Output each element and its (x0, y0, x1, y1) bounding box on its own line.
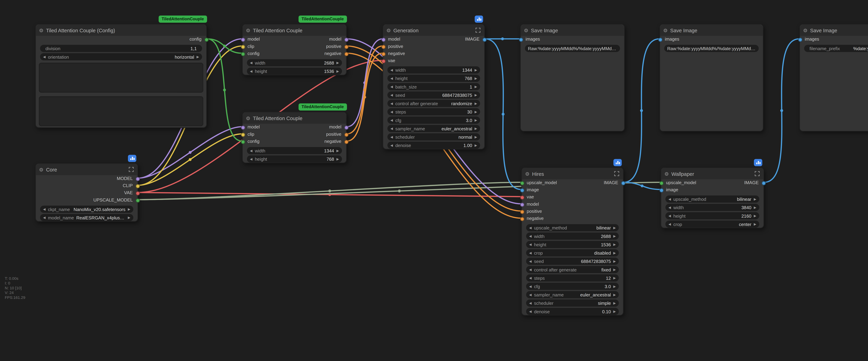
increment-arrow-icon[interactable]: ▶ (613, 233, 616, 240)
increment-arrow-icon[interactable]: ▶ (613, 274, 616, 282)
widget-steps[interactable]: ◀steps12▶ (526, 274, 619, 282)
collapse-dot-icon[interactable] (526, 172, 529, 175)
decrement-arrow-icon[interactable]: ◀ (250, 67, 253, 75)
node-tiled-attention-couple-1[interactable]: Tiled Attention Couplemodelmodelclipposi… (242, 24, 347, 75)
increment-arrow-icon[interactable]: ▶ (613, 249, 616, 256)
increment-arrow-icon[interactable]: ▶ (336, 155, 339, 162)
decrement-arrow-icon[interactable]: ◀ (391, 92, 393, 99)
widget-orientation[interactable]: ◀orientationhorizontal▶ (40, 53, 202, 60)
expand-icon[interactable] (128, 167, 134, 172)
increment-arrow-icon[interactable]: ▶ (336, 67, 339, 75)
increment-arrow-icon[interactable]: ▶ (613, 258, 616, 265)
decrement-arrow-icon[interactable]: ◀ (529, 274, 532, 282)
widget-width[interactable]: ◀width1344▶ (388, 66, 480, 73)
increment-arrow-icon[interactable]: ▶ (128, 214, 130, 221)
increment-arrow-icon[interactable]: ▶ (613, 291, 616, 298)
decrement-arrow-icon[interactable]: ◀ (391, 142, 393, 149)
node-tiled-attention-couple-2[interactable]: Tiled Attention Couplemodelmodelclipposi… (242, 112, 347, 163)
widget-width[interactable]: ◀width2688▶ (247, 59, 342, 66)
decrement-arrow-icon[interactable]: ◀ (669, 212, 671, 219)
node-title-bar[interactable]: Save Image (800, 25, 868, 36)
increment-arrow-icon[interactable]: ▶ (336, 147, 339, 154)
node-title-bar[interactable]: Tiled Attention Couple (Config) (36, 25, 207, 36)
output-port-config[interactable] (204, 37, 208, 41)
increment-arrow-icon[interactable]: ▶ (475, 83, 477, 90)
widget-height[interactable]: ◀height2160▶ (665, 212, 759, 219)
decrement-arrow-icon[interactable]: ◀ (529, 249, 532, 256)
expand-icon[interactable] (475, 27, 481, 33)
collapse-dot-icon[interactable] (664, 29, 667, 32)
widget-cfg[interactable]: ◀cfg3.0▶ (526, 283, 619, 290)
node-title-bar[interactable]: Save Image (660, 25, 763, 36)
widget-model-name[interactable]: ◀model_nameRealESRGAN_x4plus.pth▶ (40, 214, 133, 221)
widget-height[interactable]: ◀height768▶ (247, 155, 342, 162)
increment-arrow-icon[interactable]: ▶ (128, 206, 130, 213)
increment-arrow-icon[interactable]: ▶ (475, 142, 477, 149)
widget-sampler-name[interactable]: ◀sampler_nameeuler_ancestral▶ (388, 125, 480, 132)
node-tiled-attention-couple-config[interactable]: Tiled Attention Couple (Config)configdiv… (35, 24, 207, 128)
output-port-negative[interactable] (344, 52, 348, 56)
widget-control-after-generate[interactable]: ◀control after generatefixed▶ (526, 266, 619, 273)
multiline-text-area[interactable] (39, 96, 203, 126)
decrement-arrow-icon[interactable]: ◀ (669, 221, 671, 228)
decrement-arrow-icon[interactable]: ◀ (43, 53, 45, 60)
increment-arrow-icon[interactable]: ▶ (475, 75, 477, 82)
node-save-image-2[interactable]: Save ImageimagesRaw:%date:yyyyMMdd%/%dat… (659, 24, 764, 132)
decrement-arrow-icon[interactable]: ◀ (391, 108, 393, 115)
widget-scheduler[interactable]: ◀schedulersimple▶ (526, 299, 619, 306)
decrement-arrow-icon[interactable]: ◀ (391, 117, 393, 124)
widget-upscale-method[interactable]: ◀upscale_methodbilinear▶ (665, 195, 759, 202)
node-title-bar[interactable]: Save Image (521, 25, 624, 36)
node-core[interactable]: CoreMODELCLIPVAEUPSCALE_MODEL◀ckpt_nameN… (35, 163, 138, 222)
node-title-bar[interactable]: Tiled Attention Couple (243, 25, 346, 36)
widget-width[interactable]: ◀width1344▶ (247, 147, 342, 154)
decrement-arrow-icon[interactable]: ◀ (43, 214, 45, 221)
decrement-arrow-icon[interactable]: ◀ (529, 283, 532, 290)
widget-steps[interactable]: ◀steps30▶ (388, 108, 480, 115)
decrement-arrow-icon[interactable]: ◀ (250, 155, 253, 162)
widget-division[interactable]: division1,1 (40, 45, 202, 52)
node-generation[interactable]: GenerationmodelIMAGEpositivenegativevae◀… (383, 24, 485, 150)
increment-arrow-icon[interactable]: ▶ (475, 117, 477, 124)
widget-text-value[interactable]: Raw:%date:yyyyMMdd%/%date:yyyyMMdd... (664, 45, 758, 52)
decrement-arrow-icon[interactable]: ◀ (391, 133, 393, 140)
widget-width[interactable]: ◀width2688▶ (526, 233, 619, 240)
increment-arrow-icon[interactable]: ▶ (475, 133, 477, 140)
widget-crop[interactable]: ◀cropdisabled▶ (526, 249, 619, 256)
decrement-arrow-icon[interactable]: ◀ (43, 206, 45, 213)
multiline-text-area[interactable] (39, 63, 203, 93)
output-port-VAE[interactable] (135, 191, 140, 195)
widget-crop[interactable]: ◀cropcenter▶ (665, 221, 759, 228)
collapse-dot-icon[interactable] (246, 29, 250, 32)
widget-scheduler[interactable]: ◀schedulernormal▶ (388, 133, 480, 140)
node-title-bar[interactable]: Core (36, 164, 137, 175)
collapse-dot-icon[interactable] (524, 29, 528, 32)
collapse-dot-icon[interactable] (246, 116, 250, 120)
increment-arrow-icon[interactable]: ▶ (475, 108, 477, 115)
decrement-arrow-icon[interactable]: ◀ (529, 308, 532, 315)
output-port-model[interactable] (344, 125, 348, 129)
node-save-image-3[interactable]: Save Imageimagesfilename_prefix%date:yyy… (799, 24, 868, 132)
output-port-MODEL[interactable] (135, 177, 140, 181)
decrement-arrow-icon[interactable]: ◀ (529, 233, 532, 240)
decrement-arrow-icon[interactable]: ◀ (391, 66, 393, 73)
decrement-arrow-icon[interactable]: ◀ (391, 83, 393, 90)
decrement-arrow-icon[interactable]: ◀ (529, 241, 532, 248)
increment-arrow-icon[interactable]: ▶ (475, 92, 477, 99)
decrement-arrow-icon[interactable]: ◀ (391, 100, 393, 107)
widget-height[interactable]: ◀height1536▶ (526, 241, 619, 248)
widget-ckpt-name[interactable]: ◀ckpt_nameNanoMix_v20.safetensors▶ (40, 206, 133, 213)
node-save-image-1[interactable]: Save ImageimagesRaw:%date:yyyyMMdd%/%dat… (520, 24, 625, 132)
increment-arrow-icon[interactable]: ▶ (613, 224, 616, 231)
decrement-arrow-icon[interactable]: ◀ (250, 59, 253, 66)
collapse-dot-icon[interactable] (804, 29, 807, 32)
decrement-arrow-icon[interactable]: ◀ (669, 204, 671, 211)
increment-arrow-icon[interactable]: ▶ (754, 195, 756, 202)
widget-upscale-method[interactable]: ◀upscale_methodbilinear▶ (526, 224, 619, 231)
output-port-IMAGE[interactable] (482, 37, 487, 41)
output-port-positive[interactable] (344, 44, 348, 49)
widget-cfg[interactable]: ◀cfg3.0▶ (388, 117, 480, 124)
increment-arrow-icon[interactable]: ▶ (196, 53, 199, 60)
widget-text-value[interactable]: Raw:%date:yyyyMMdd%/%date:yyyyMMdd... (525, 45, 620, 52)
collapse-dot-icon[interactable] (39, 29, 43, 32)
